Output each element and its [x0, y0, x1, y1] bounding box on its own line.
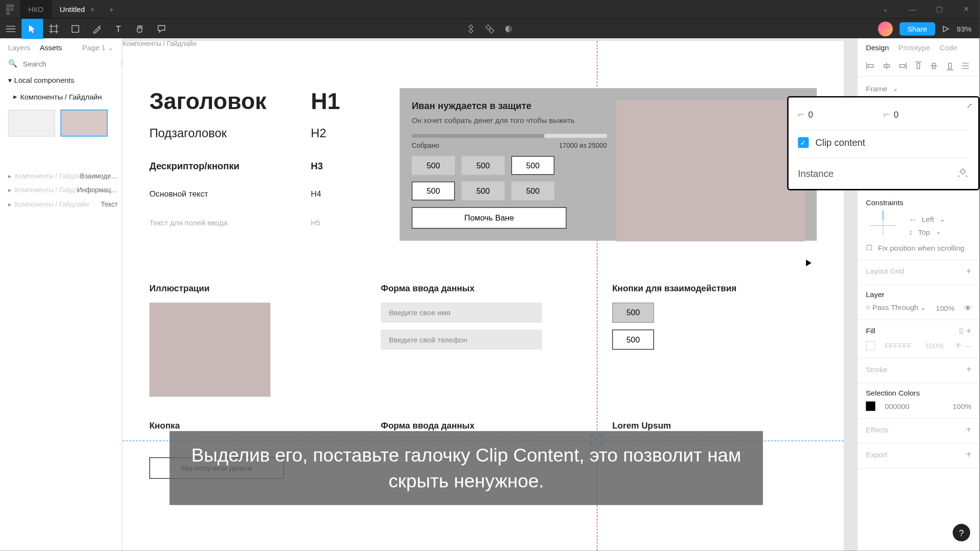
chevron-down-icon[interactable]: ⌄ — [872, 0, 899, 18]
frame-tool[interactable] — [43, 19, 65, 39]
layer-row[interactable]: ▸Компоненты / ГайдлайнВзаимоде… — [0, 169, 122, 183]
opacity-input[interactable]: 100% — [936, 304, 955, 312]
align-hcenter-icon[interactable] — [882, 61, 892, 72]
clip-content-checkbox[interactable]: ✓ — [798, 137, 809, 148]
section-form: Форма ввода данных — [381, 283, 585, 293]
phone-input[interactable]: Введите свой телефон — [381, 330, 542, 350]
tab-code[interactable]: Code — [939, 44, 957, 52]
close-icon[interactable]: ✕ — [953, 0, 980, 18]
mask-icon[interactable] — [485, 24, 495, 33]
close-icon[interactable]: × — [90, 5, 95, 13]
fix-position-checkbox[interactable]: ☐ Fix position when scrolling — [866, 242, 972, 254]
align-vcenter-icon[interactable] — [929, 61, 940, 72]
sel-color-hex[interactable]: 000000 — [885, 402, 910, 410]
h4-tag: H4 — [311, 189, 322, 198]
component-thumb-active[interactable] — [61, 110, 108, 136]
layer-row[interactable]: ▸Компоненты / ГайдлайнТекст — [0, 197, 122, 211]
rotation-value[interactable]: 0 — [808, 109, 813, 119]
shape-tool[interactable] — [65, 19, 86, 39]
menu-icon[interactable] — [0, 19, 22, 39]
move-tool[interactable] — [22, 19, 43, 39]
avatar[interactable] — [878, 21, 892, 36]
interaction-button[interactable]: 500 — [612, 303, 654, 323]
tab-prototype[interactable]: Prototype — [898, 44, 930, 52]
visibility-icon[interactable]: 👁 — [964, 304, 971, 312]
help-button[interactable]: ? — [953, 524, 970, 541]
breadcrumb: Компоненты / Гайдлайн — [122, 40, 197, 47]
export-header: Export — [866, 451, 888, 459]
amount-button[interactable]: 500 — [512, 182, 555, 200]
align-bottom-icon[interactable] — [945, 61, 956, 72]
amount-button[interactable]: 500 — [462, 156, 505, 175]
tab-design[interactable]: Design — [866, 44, 889, 52]
amount-button[interactable]: 500 — [412, 156, 455, 175]
figma-logo[interactable] — [0, 4, 20, 14]
component-thumb[interactable] — [8, 110, 55, 136]
amount-button[interactable]: 500 — [512, 156, 555, 175]
share-button[interactable]: Share — [899, 22, 935, 35]
blend-mode[interactable]: ○ Pass Through ⌄ — [866, 303, 927, 312]
pen-tool[interactable] — [86, 19, 108, 39]
align-right-icon[interactable] — [898, 61, 908, 72]
distribute-icon[interactable] — [961, 61, 971, 72]
amount-button[interactable]: 500 — [412, 182, 455, 200]
section-lorem: Lorem Upsum — [612, 420, 816, 430]
frame-type[interactable]: Frame ⌄ — [866, 82, 972, 95]
minimize-icon[interactable]: — — [899, 0, 925, 18]
help-button[interactable]: Помочь Ване — [412, 207, 566, 229]
interaction-button[interactable]: 500 — [612, 330, 654, 350]
collected-label: Собрано — [412, 142, 439, 149]
svg-rect-4 — [6, 11, 10, 14]
h3-label: Дескриптор/кнопки — [149, 161, 311, 171]
constraint-h[interactable]: ↔ Left ⌄ — [909, 212, 946, 225]
present-icon[interactable] — [942, 24, 950, 33]
maximize-icon[interactable]: ▢ — [926, 0, 953, 18]
add-icon[interactable]: + — [966, 265, 972, 276]
align-top-icon[interactable] — [913, 61, 924, 72]
search-input[interactable] — [23, 59, 116, 67]
h4-label: Основной текст — [149, 189, 311, 198]
component-item[interactable]: ▸ Компоненты / Гайдлайн — [0, 89, 122, 104]
add-icon[interactable]: + — [966, 364, 972, 375]
constraint-v[interactable]: ↕ Top ⌄ — [909, 225, 946, 238]
page-selector[interactable]: Page 1 ⌄ — [82, 44, 114, 52]
titlebar: НКО Untitled× + ⌄ — ▢ ✕ — [0, 0, 980, 18]
expand-icon[interactable]: ⤢ — [967, 101, 973, 110]
svg-rect-28 — [948, 63, 951, 68]
layer-header: Layer — [866, 290, 972, 298]
align-left-icon[interactable] — [866, 61, 877, 72]
constraints-header: Constraints — [866, 198, 972, 207]
boolean-icon[interactable] — [504, 24, 513, 33]
add-icon[interactable]: + — [966, 449, 972, 460]
style-icon[interactable]: ⠿ — [958, 328, 964, 336]
layer-row[interactable]: ▸Компоненты / ГайдлайнИнформац… — [0, 183, 122, 197]
radius-value[interactable]: 0 — [894, 109, 899, 119]
section-buttons: Кнопки для взаимодействия — [612, 283, 816, 293]
amount-button[interactable]: 500 — [462, 182, 505, 200]
canvas[interactable]: Компоненты / Гайдлайн ЗаголовокH1 Подзаг… — [122, 38, 857, 551]
tab-assets[interactable]: Assets — [40, 44, 62, 52]
tab-active[interactable]: Untitled× — [52, 0, 102, 18]
add-icon[interactable]: + — [966, 424, 972, 435]
cursor-icon — [806, 260, 811, 266]
constraints-widget[interactable] — [866, 212, 900, 239]
tab-layers[interactable]: Layers — [8, 44, 30, 52]
name-input[interactable]: Введите свое имя — [381, 303, 542, 323]
h1-tag: H1 — [311, 88, 340, 114]
svg-point-3 — [11, 7, 14, 11]
add-icon[interactable]: + — [966, 326, 972, 336]
hand-tool[interactable] — [129, 19, 151, 39]
local-components-header[interactable]: ▾ Local components — [0, 72, 122, 88]
h5-tag: H5 — [311, 219, 321, 227]
add-tab-button[interactable]: + — [102, 5, 120, 13]
stroke-header: Stroke — [866, 365, 888, 373]
zoom-level[interactable]: 93% — [957, 24, 971, 33]
tab-inactive[interactable]: НКО — [20, 0, 52, 18]
detach-instance-icon[interactable] — [957, 167, 969, 179]
fill-hex[interactable]: FFFFFF — [885, 342, 912, 350]
comment-tool[interactable] — [151, 19, 172, 39]
layout-grid-header: Layout Grid — [866, 267, 904, 275]
component-icon[interactable] — [466, 24, 476, 33]
text-tool[interactable]: T — [108, 19, 129, 39]
section-button: Кнопка — [149, 420, 354, 430]
